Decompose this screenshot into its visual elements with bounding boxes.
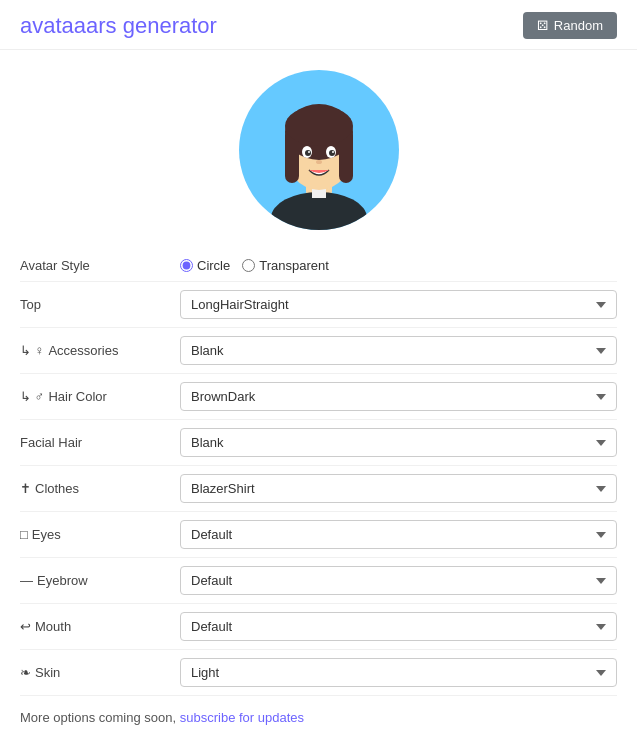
top-label-text: Top — [20, 297, 41, 312]
clothes-select[interactable]: BlazerShirt — [180, 474, 617, 503]
eyes-select[interactable]: Default — [180, 520, 617, 549]
accessories-input: Blank — [180, 336, 617, 365]
style-transparent-label[interactable]: Transparent — [242, 258, 329, 273]
accessories-row: ↳ ♀ Accessories Blank — [20, 328, 617, 374]
hair-color-label-text: Hair Color — [48, 389, 107, 404]
eyebrow-row: — Eyebrow Default — [20, 558, 617, 604]
top-select[interactable]: LongHairStraight — [180, 290, 617, 319]
svg-point-14 — [316, 160, 322, 164]
svg-point-12 — [308, 151, 310, 153]
hair-color-row: ↳ ♂ Hair Color BrownDark — [20, 374, 617, 420]
avatar-style-label: Avatar Style — [20, 258, 180, 273]
style-transparent-text: Transparent — [259, 258, 329, 273]
clothes-input: BlazerShirt — [180, 474, 617, 503]
eyes-row: □ Eyes Default — [20, 512, 617, 558]
eyebrow-input: Default — [180, 566, 617, 595]
skin-label-text: Skin — [35, 665, 60, 680]
clothes-icon: ✝ — [20, 481, 31, 496]
more-options-text: More options coming soon, subscribe for … — [20, 696, 617, 729]
eyebrow-label-text: Eyebrow — [37, 573, 88, 588]
svg-point-11 — [329, 150, 335, 156]
eyes-label-text: Eyes — [32, 527, 61, 542]
random-icon: ⚄ — [537, 18, 548, 33]
random-button[interactable]: ⚄ Random — [523, 12, 617, 39]
svg-point-13 — [332, 151, 334, 153]
svg-point-10 — [305, 150, 311, 156]
controls-section: Avatar Style Circle Transparent Top Long… — [0, 240, 637, 733]
mouth-input: Default — [180, 612, 617, 641]
app-header: avataaars generator ⚄ Random — [0, 0, 637, 50]
mouth-label-text: Mouth — [35, 619, 71, 634]
facial-hair-input: Blank — [180, 428, 617, 457]
facial-hair-row: Facial Hair Blank — [20, 420, 617, 466]
clothes-label: ✝ Clothes — [20, 481, 180, 496]
skin-label: ❧ Skin — [20, 665, 180, 680]
skin-select[interactable]: Light — [180, 658, 617, 687]
avatar-svg — [239, 70, 399, 230]
more-options-label: More options coming soon, — [20, 710, 176, 725]
accessories-icon: ↳ ♀ — [20, 343, 44, 358]
skin-row: ❧ Skin Light — [20, 650, 617, 696]
app-title: avataaars generator — [20, 13, 217, 39]
skin-icon: ❧ — [20, 665, 31, 680]
eyes-label: □ Eyes — [20, 527, 180, 542]
avatar-style-input: Circle Transparent — [180, 258, 617, 273]
top-row: Top LongHairStraight — [20, 282, 617, 328]
skin-input: Light — [180, 658, 617, 687]
accessories-select[interactable]: Blank — [180, 336, 617, 365]
eyebrow-label: — Eyebrow — [20, 573, 180, 588]
style-circle-radio[interactable] — [180, 259, 193, 272]
eyebrow-icon: — — [20, 573, 33, 588]
avatar-preview — [0, 50, 637, 240]
eyes-icon: □ — [20, 527, 28, 542]
accessories-label: ↳ ♀ Accessories — [20, 343, 180, 358]
clothes-row: ✝ Clothes BlazerShirt — [20, 466, 617, 512]
accessories-label-text: Accessories — [48, 343, 118, 358]
hair-color-input: BrownDark — [180, 382, 617, 411]
svg-point-7 — [285, 106, 353, 146]
hair-color-label: ↳ ♂ Hair Color — [20, 389, 180, 404]
mouth-label: ↩ Mouth — [20, 619, 180, 634]
eyes-input: Default — [180, 520, 617, 549]
facial-hair-label-text: Facial Hair — [20, 435, 82, 450]
top-input: LongHairStraight — [180, 290, 617, 319]
facial-hair-select[interactable]: Blank — [180, 428, 617, 457]
top-label: Top — [20, 297, 180, 312]
style-circle-label[interactable]: Circle — [180, 258, 230, 273]
action-buttons: ⬇ Download PNG ⬇ Download SVG </> Show R… — [20, 729, 617, 733]
hair-color-select[interactable]: BrownDark — [180, 382, 617, 411]
mouth-row: ↩ Mouth Default — [20, 604, 617, 650]
style-circle-text: Circle — [197, 258, 230, 273]
avatar-style-row: Avatar Style Circle Transparent — [20, 250, 617, 282]
clothes-label-text: Clothes — [35, 481, 79, 496]
mouth-select[interactable]: Default — [180, 612, 617, 641]
hair-color-icon: ↳ ♂ — [20, 389, 44, 404]
mouth-icon: ↩ — [20, 619, 31, 634]
avatar-circle — [239, 70, 399, 230]
eyebrow-select[interactable]: Default — [180, 566, 617, 595]
subscribe-link[interactable]: subscribe for updates — [180, 710, 304, 725]
facial-hair-label: Facial Hair — [20, 435, 180, 450]
style-transparent-radio[interactable] — [242, 259, 255, 272]
